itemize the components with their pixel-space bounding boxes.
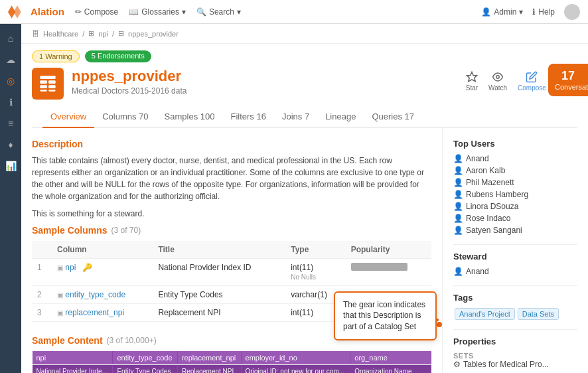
table-row: 1 ▣ npi 🔑 National Provider Index ID int… xyxy=(32,259,431,286)
breadcrumb-table-icon: ⊟ xyxy=(118,29,124,38)
endorsement-badge[interactable]: 5 Endorsements xyxy=(85,50,151,62)
tab-filters[interactable]: Filters 16 xyxy=(222,106,273,128)
user-item: 👤 Phil Mazenett xyxy=(453,177,577,188)
search-nav[interactable]: 🔍 Search ▾ xyxy=(196,7,241,17)
tab-columns[interactable]: Columns 70 xyxy=(94,106,156,128)
entity-subtitle: Medical Doctors 2015-2016 data xyxy=(72,86,186,96)
svg-rect-7 xyxy=(40,90,47,91)
svg-rect-5 xyxy=(40,85,47,88)
column-link[interactable]: ▣ npi xyxy=(57,263,78,272)
conversations-label: Conversations xyxy=(555,83,581,91)
glossaries-nav[interactable]: 📖 Glossaries ▾ xyxy=(129,7,186,17)
entity-info: nppes_provider Medical Doctors 2015-2016… xyxy=(72,68,186,96)
user-icon: 👤 xyxy=(453,214,463,223)
tag-item[interactable]: Data Sets xyxy=(518,308,559,320)
sample-content-count: (3 of 10,000+) xyxy=(107,336,157,345)
sidebar-chart-icon[interactable]: 📊 xyxy=(1,157,20,175)
col-header-popularity: Popularity xyxy=(346,241,431,259)
tab-queries[interactable]: Queries 17 xyxy=(364,106,422,128)
breadcrumb-healthcare[interactable]: Healthcare xyxy=(43,30,78,38)
users-list: 👤 Anand👤 Aaron Kalb👤 Phil Mazenett👤 Rube… xyxy=(453,153,577,236)
help-nav[interactable]: ℹ Help xyxy=(532,7,555,17)
tags-title: Tags xyxy=(453,285,577,303)
sidebar-table-icon[interactable]: ◎ xyxy=(1,72,20,90)
content-col-header: entity_type_code xyxy=(113,351,178,365)
row-num: 3 xyxy=(32,304,52,322)
properties-title: Properties xyxy=(453,329,577,346)
user-icon: 👤 xyxy=(453,202,463,211)
chevron-down-icon: ▾ xyxy=(182,7,186,17)
content-col-subheader: Organization Name xyxy=(350,365,431,374)
avatar[interactable] xyxy=(564,4,580,20)
sidebar-info-icon[interactable]: ℹ xyxy=(1,93,20,112)
compose-button[interactable]: Compose xyxy=(518,71,546,92)
star-button[interactable]: Star xyxy=(466,71,478,92)
content-col-subheader: Entity Type Codes xyxy=(113,365,178,374)
tags-list: Anand's ProjectData Sets xyxy=(453,307,577,321)
steward-value: 👤 Anand xyxy=(453,265,577,277)
user-item: 👤 Satyen Sangani xyxy=(453,224,577,236)
key-icon: 🔑 xyxy=(82,263,92,272)
callout-dot xyxy=(437,322,442,327)
breadcrumb-npi[interactable]: npi xyxy=(98,30,108,38)
top-nav: Alation ✏ Compose 📖 Glossaries ▾ 🔍 Searc… xyxy=(0,0,588,24)
tab-overview[interactable]: Overview xyxy=(42,106,94,128)
left-sidebar: ⌂ ☁ ◎ ℹ ≡ ♦ 📊 xyxy=(0,24,21,373)
page-header: 1 Warning 5 Endorsements np xyxy=(21,44,588,128)
warning-badge[interactable]: 1 Warning xyxy=(32,50,80,62)
col-title: Entity Type Codes xyxy=(153,286,285,304)
tab-samples[interactable]: Samples 100 xyxy=(157,106,223,128)
entity-name: nppes_provider xyxy=(72,68,186,85)
sample-columns-title: Sample Columns xyxy=(32,225,108,236)
callout-box: The gear icon indicates that this Descri… xyxy=(334,291,437,340)
breadcrumb-db-icon: 🗄 xyxy=(32,30,39,38)
admin-nav[interactable]: 👤 Admin ▾ xyxy=(481,7,523,17)
tag-item[interactable]: Anand's Project xyxy=(455,308,515,320)
description-section-title: Description xyxy=(32,139,431,149)
svg-rect-4 xyxy=(48,80,56,84)
help-icon: ℹ xyxy=(532,7,536,17)
callout-text: The gear icon indicates that this Descri… xyxy=(343,300,425,332)
sidebar-list-icon[interactable]: ≡ xyxy=(1,114,20,133)
compose-nav[interactable]: ✏ Compose xyxy=(75,7,118,17)
search-icon: 🔍 xyxy=(196,7,206,17)
user-item: 👤 Aaron Kalb xyxy=(453,165,577,177)
entity-icon-box xyxy=(32,68,64,100)
user-icon: 👤 xyxy=(453,190,463,199)
svg-marker-9 xyxy=(467,72,477,81)
svg-rect-2 xyxy=(40,76,55,79)
admin-icon: 👤 xyxy=(481,7,491,17)
conversations-bubble[interactable]: 17 Conversations xyxy=(548,64,588,96)
main-wrapper: 🗄 Healthcare / ⊞ npi / ⊟ nppes_provider … xyxy=(21,24,588,373)
breadcrumb-current[interactable]: nppes_provider xyxy=(128,30,179,38)
chevron-down-icon: ▾ xyxy=(237,7,241,17)
conversations-count: 17 xyxy=(555,69,581,83)
svg-rect-8 xyxy=(48,90,56,91)
sidebar-star-icon[interactable]: ♦ xyxy=(1,135,20,154)
sample-columns-header: Sample Columns (3 of 70) xyxy=(32,225,431,236)
body-columns: Description This table contains (almost)… xyxy=(21,128,588,373)
content-col-subheader: Replacement NPI xyxy=(177,365,241,374)
svg-rect-6 xyxy=(48,85,56,88)
col-title: Replacement NPI xyxy=(153,304,285,322)
top-users-title: Top Users xyxy=(453,139,577,149)
tab-lineage[interactable]: Lineage xyxy=(317,106,364,128)
description-text1: This table contains (almost) every docto… xyxy=(32,155,431,202)
user-icon: 👤 xyxy=(453,166,463,175)
compose-icon: ✏ xyxy=(75,7,82,17)
steward-title: Steward xyxy=(453,244,577,261)
svg-rect-3 xyxy=(40,80,47,84)
app-logo[interactable]: Alation xyxy=(8,5,64,19)
description-text2: This is something for a steward. xyxy=(32,208,431,220)
watch-button[interactable]: Watch xyxy=(488,71,507,92)
tab-joins[interactable]: Joins 7 xyxy=(274,106,317,128)
content-area: 🗄 Healthcare / ⊞ npi / ⊟ nppes_provider … xyxy=(21,24,588,373)
column-link[interactable]: ▣ entity_type_code xyxy=(57,290,125,299)
column-link[interactable]: ▣ replacement_npi xyxy=(57,308,124,317)
user-icon: 👤 xyxy=(453,154,463,163)
sidebar-cloud-icon[interactable]: ☁ xyxy=(1,50,20,69)
tabs: Overview Columns 70 Samples 100 Filters … xyxy=(32,106,577,128)
col-name: ▣ replacement_npi xyxy=(52,304,153,322)
sidebar-home-icon[interactable]: ⌂ xyxy=(1,29,20,48)
sample-columns-count: (3 of 70) xyxy=(111,226,141,235)
